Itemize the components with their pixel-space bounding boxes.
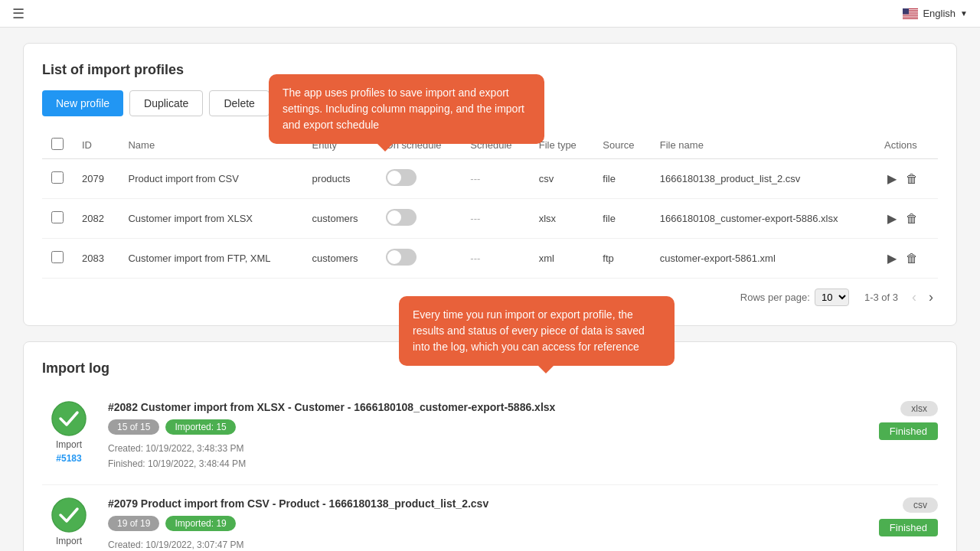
pagination-info: 1-3 of 3	[864, 292, 898, 303]
row-id: 2079	[73, 159, 119, 199]
row-source: file	[593, 199, 651, 239]
top-nav: ☰ English ▼	[0, 0, 980, 28]
language-selector[interactable]: English ▼	[903, 8, 968, 19]
row-checkbox-cell	[42, 159, 73, 199]
log-content: #2079 Product import from CSV - Product …	[108, 497, 849, 551]
row-source: file	[593, 159, 651, 199]
file-type-badge: csv	[903, 497, 938, 513]
col-file-name: File name	[651, 132, 875, 159]
row-checkbox[interactable]	[51, 171, 64, 184]
run-button[interactable]: ▶	[884, 248, 900, 269]
file-type-badge: xlsx	[900, 401, 938, 416]
row-file-type: xml	[530, 239, 594, 279]
row-checkbox-cell	[42, 199, 73, 239]
svg-rect-6	[903, 17, 918, 18]
row-actions: ▶ 🗑	[875, 239, 938, 279]
log-icon-label: Import	[56, 439, 82, 450]
rows-per-page: Rows per page: 10 25 50	[740, 289, 849, 306]
next-page-button[interactable]: ›	[924, 288, 938, 307]
delete-button[interactable]: Delete	[209, 90, 269, 116]
main-content: The app uses profiles to save import and…	[8, 28, 972, 551]
row-id: 2082	[73, 199, 119, 239]
log-icon: Import #5181	[42, 497, 96, 551]
status-badge: Finished	[879, 422, 938, 440]
row-name: Customer import from XLSX	[119, 199, 302, 239]
row-checkbox-cell	[42, 239, 73, 279]
row-file-name: 1666180138_product_list_2.csv	[651, 159, 875, 199]
svg-point-9	[52, 498, 86, 532]
imported-badge: Imported: 15	[165, 419, 235, 435]
svg-rect-4	[903, 14, 918, 15]
row-actions: ▶ 🗑	[875, 159, 938, 199]
language-label: English	[923, 8, 956, 19]
run-button[interactable]: ▶	[884, 168, 900, 189]
run-button[interactable]: ▶	[884, 208, 900, 229]
toggle-slider	[386, 169, 416, 186]
count-badge: 15 of 15	[108, 419, 159, 435]
row-entity: customers	[303, 239, 377, 279]
new-profile-button[interactable]: New profile	[42, 90, 123, 116]
delete-row-button[interactable]: 🗑	[903, 209, 921, 229]
svg-rect-7	[903, 8, 909, 15]
toggle-slider	[386, 209, 416, 226]
duplicate-button[interactable]: Duplicate	[129, 90, 203, 116]
log-icon: Import #5183	[42, 401, 96, 464]
profiles-card: The app uses profiles to save import and…	[23, 43, 957, 326]
log-created: Created: 10/19/2022, 3:48:33 PM	[108, 441, 849, 456]
row-file-type: xlsx	[530, 199, 594, 239]
log-meta: Created: 10/19/2022, 3:48:33 PM Finished…	[108, 441, 849, 472]
check-circle-icon	[51, 401, 87, 436]
log-content: #2082 Customer import from XLSX - Custom…	[108, 401, 849, 472]
status-badge: Finished	[879, 519, 938, 536]
log-icon-link[interactable]: #5183	[56, 453, 81, 464]
log-created: Created: 10/19/2022, 3:07:47 PM	[108, 537, 849, 551]
row-file-type: csv	[530, 159, 594, 199]
log-item: Import #5181 #2079 Product import from C…	[42, 485, 938, 551]
imported-badge: Imported: 19	[165, 516, 235, 531]
hamburger-icon[interactable]: ☰	[12, 5, 24, 22]
select-all-header	[42, 132, 73, 159]
row-name: Product import from CSV	[119, 159, 302, 199]
row-checkbox[interactable]	[51, 211, 64, 223]
log-icon-label: Import	[56, 536, 82, 546]
log-items: Import #5183 #2082 Customer import from …	[42, 389, 938, 551]
prev-page-button[interactable]: ‹	[907, 288, 921, 307]
row-name: Customer import from FTP, XML	[119, 239, 302, 279]
chevron-down-icon: ▼	[960, 9, 968, 18]
rows-per-page-select[interactable]: 10 25 50	[815, 289, 849, 306]
log-item-title: #2079 Product import from CSV - Product …	[108, 497, 849, 510]
row-file-name: 1666180108_customer-export-5886.xlsx	[651, 199, 875, 239]
svg-point-8	[52, 402, 86, 435]
on-schedule-toggle[interactable]	[386, 249, 416, 266]
log-meta: Created: 10/19/2022, 3:07:47 PM Finished…	[108, 537, 849, 551]
tooltip-profiles: The app uses profiles to save import and…	[269, 74, 544, 144]
on-schedule-toggle[interactable]	[386, 169, 416, 186]
log-actions: xlsx Finished	[861, 401, 938, 440]
row-schedule: ---	[461, 199, 529, 239]
select-all-checkbox[interactable]	[51, 138, 64, 150]
table-row: 2082 Customer import from XLSX customers…	[42, 199, 938, 239]
tooltip-log: Every time you run import or export prof…	[399, 296, 675, 366]
delete-row-button[interactable]: 🗑	[903, 249, 921, 269]
profiles-table: ID Name Entity On schedule Schedule File…	[42, 132, 938, 279]
row-id: 2083	[73, 239, 119, 279]
col-actions: Actions	[875, 132, 938, 159]
rows-per-page-label: Rows per page:	[740, 292, 810, 303]
row-schedule: ---	[461, 239, 529, 279]
log-actions: csv Finished	[861, 497, 938, 536]
row-on-schedule	[377, 199, 462, 239]
row-schedule: ---	[461, 159, 529, 199]
on-schedule-toggle[interactable]	[386, 209, 416, 226]
row-actions: ▶ 🗑	[875, 199, 938, 239]
delete-row-button[interactable]: 🗑	[903, 169, 921, 189]
toggle-slider	[386, 249, 416, 266]
log-badges: 15 of 15 Imported: 15	[108, 419, 849, 435]
table-row: 2079 Product import from CSV products --…	[42, 159, 938, 199]
row-entity: customers	[303, 199, 377, 239]
col-source: Source	[593, 132, 651, 159]
table-row: 2083 Customer import from FTP, XML custo…	[42, 239, 938, 279]
svg-rect-5	[903, 15, 918, 16]
log-item: Import #5183 #2082 Customer import from …	[42, 389, 938, 485]
row-checkbox[interactable]	[51, 251, 64, 263]
import-log-card: Import log Import #5183 #2082 Customer i…	[23, 341, 957, 551]
